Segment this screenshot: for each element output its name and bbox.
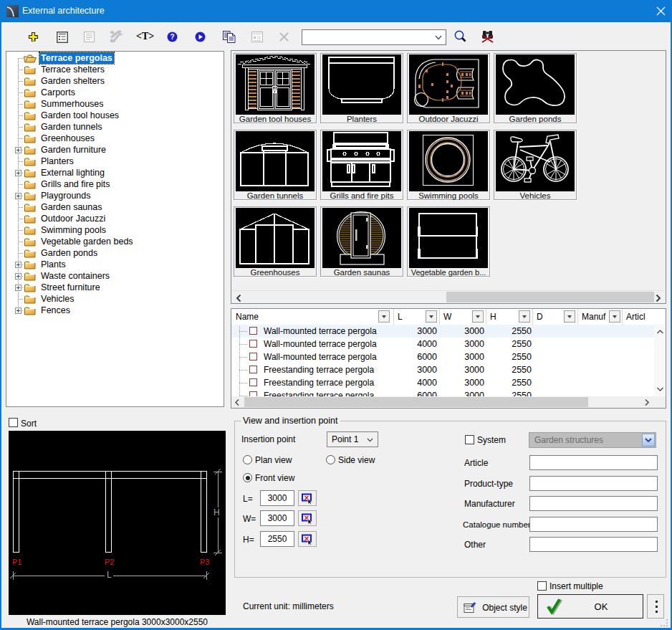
svg-text:P1: P1: [12, 558, 21, 566]
svg-text:H: H: [213, 507, 220, 517]
svg-text:?: ?: [170, 33, 174, 41]
svg-text:P2: P2: [105, 558, 114, 566]
svg-text:P3: P3: [200, 558, 209, 566]
svg-text:L: L: [107, 570, 112, 580]
